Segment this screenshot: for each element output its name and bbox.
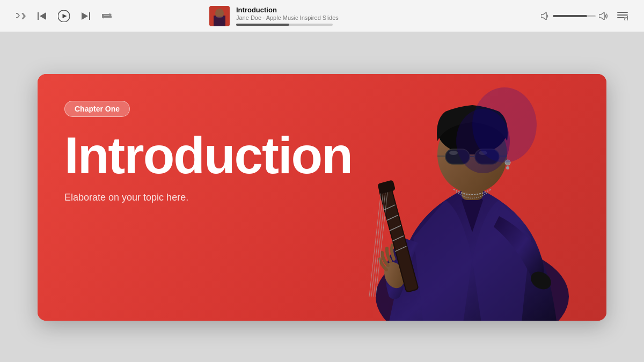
svg-rect-6 xyxy=(617,14,628,16)
play-button[interactable] xyxy=(58,10,70,22)
toolbar-right xyxy=(541,12,628,20)
svg-rect-5 xyxy=(617,12,628,13)
next-icon xyxy=(80,12,91,20)
volume-low-button[interactable] xyxy=(541,12,550,20)
chapter-badge: Chapter One xyxy=(64,101,130,117)
slide-title: Introduction xyxy=(64,130,352,181)
previous-button[interactable] xyxy=(36,12,47,20)
next-button[interactable] xyxy=(80,12,91,20)
playlist-button[interactable] xyxy=(617,12,628,20)
track-thumbnail xyxy=(209,6,230,26)
slide-card: Chapter One Introduction Elaborate on yo… xyxy=(38,74,606,321)
shuffle-button[interactable] xyxy=(16,12,26,20)
person-svg xyxy=(327,74,606,321)
repeat-button[interactable] xyxy=(102,12,112,20)
svg-point-38 xyxy=(472,87,537,162)
volume-slider[interactable] xyxy=(553,15,596,17)
slide-content: Chapter One Introduction Elaborate on yo… xyxy=(64,101,352,203)
svg-point-8 xyxy=(625,18,628,20)
main-area: Chapter One Introduction Elaborate on yo… xyxy=(0,32,644,362)
volume-high-button[interactable] xyxy=(599,12,609,20)
person-figure xyxy=(327,74,606,321)
previous-icon xyxy=(36,12,47,20)
playlist-icon xyxy=(617,12,628,20)
thumbnail-art xyxy=(209,6,230,26)
track-info: Introduction Jane Doe · Apple Music Insp… xyxy=(236,6,339,22)
volume-fill xyxy=(553,15,587,17)
toolbar: Introduction Jane Doe · Apple Music Insp… xyxy=(0,0,644,32)
progress-fill xyxy=(236,24,289,26)
track-subtitle: Jane Doe · Apple Music Inspired Slides xyxy=(236,14,339,21)
now-playing: Introduction Jane Doe · Apple Music Insp… xyxy=(209,6,435,26)
svg-point-22 xyxy=(506,166,509,169)
volume-high-icon xyxy=(599,12,609,20)
volume-low-icon xyxy=(541,12,550,20)
slide-subtitle: Elaborate on your topic here. xyxy=(64,192,352,203)
track-title: Introduction xyxy=(236,6,339,14)
shuffle-icon xyxy=(16,12,26,20)
repeat-icon xyxy=(102,12,112,20)
play-icon xyxy=(58,10,70,22)
svg-rect-4 xyxy=(215,17,224,18)
volume-control xyxy=(541,12,609,20)
progress-bar[interactable] xyxy=(236,24,333,26)
svg-point-19 xyxy=(449,151,458,155)
playback-controls xyxy=(16,10,112,22)
svg-rect-7 xyxy=(617,17,625,18)
